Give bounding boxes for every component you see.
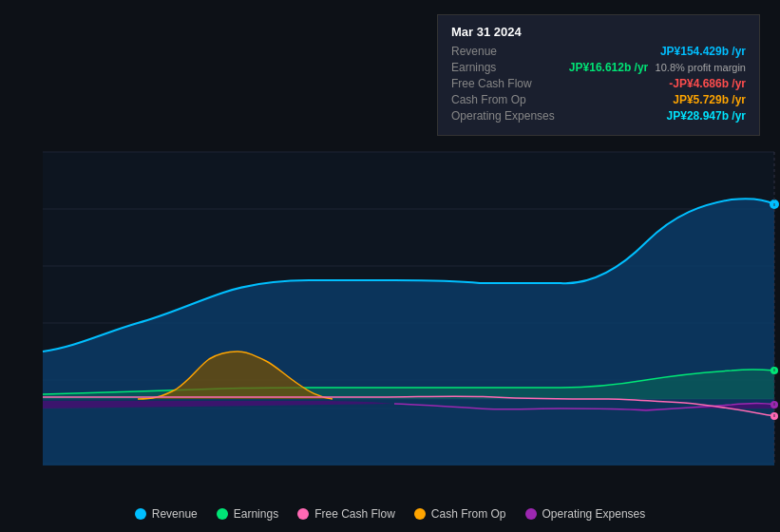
tooltip-revenue: Revenue JP¥154.429b /yr — [451, 45, 746, 58]
tooltip-revenue-label: Revenue — [451, 45, 497, 58]
tooltip-fcf-label: Free Cash Flow — [451, 77, 532, 90]
legend-fcf-dot — [297, 508, 309, 520]
legend-cashop: Cash From Op — [414, 507, 506, 521]
legend-revenue: Revenue — [135, 507, 198, 521]
tooltip-opex-label: Operating Expenses — [451, 109, 555, 123]
legend-opex-dot — [525, 508, 537, 520]
tooltip-revenue-value: JP¥154.429b /yr — [660, 45, 746, 58]
tooltip-cashop: Cash From Op JP¥5.729b /yr — [451, 93, 746, 106]
tooltip-panel: Mar 31 2024 Revenue JP¥154.429b /yr Earn… — [437, 14, 760, 136]
tooltip-opex: Operating Expenses JP¥28.947b /yr — [451, 109, 746, 123]
legend-opex: Operating Expenses — [525, 507, 646, 521]
legend-revenue-label: Revenue — [152, 507, 198, 521]
legend-fcf: Free Cash Flow — [297, 507, 395, 521]
legend-earnings-label: Earnings — [234, 507, 278, 521]
tooltip-earnings-label: Earnings — [451, 61, 496, 74]
chart-legend: Revenue Earnings Free Cash Flow Cash Fro… — [0, 507, 780, 521]
tooltip-opex-value: JP¥28.947b /yr — [667, 109, 746, 123]
tooltip-fcf: Free Cash Flow -JP¥4.686b /yr — [451, 77, 746, 90]
legend-earnings: Earnings — [217, 507, 278, 521]
tooltip-earnings-value: JP¥16.612b /yr 10.8% profit margin — [569, 61, 746, 74]
tooltip-earnings: Earnings JP¥16.612b /yr 10.8% profit mar… — [451, 61, 746, 74]
tooltip-cashop-label: Cash From Op — [451, 93, 526, 106]
profit-margin-text: 10.8% profit margin — [656, 62, 746, 73]
tooltip-cashop-value: JP¥5.729b /yr — [673, 93, 746, 106]
tooltip-date: Mar 31 2024 — [451, 25, 746, 39]
legend-earnings-dot — [217, 508, 228, 520]
legend-revenue-dot — [135, 508, 146, 520]
legend-cashop-dot — [414, 508, 426, 520]
legend-cashop-label: Cash From Op — [431, 507, 506, 521]
tooltip-fcf-value: -JP¥4.686b /yr — [669, 77, 746, 90]
legend-opex-label: Operating Expenses — [542, 507, 646, 521]
legend-fcf-label: Free Cash Flow — [314, 507, 395, 521]
